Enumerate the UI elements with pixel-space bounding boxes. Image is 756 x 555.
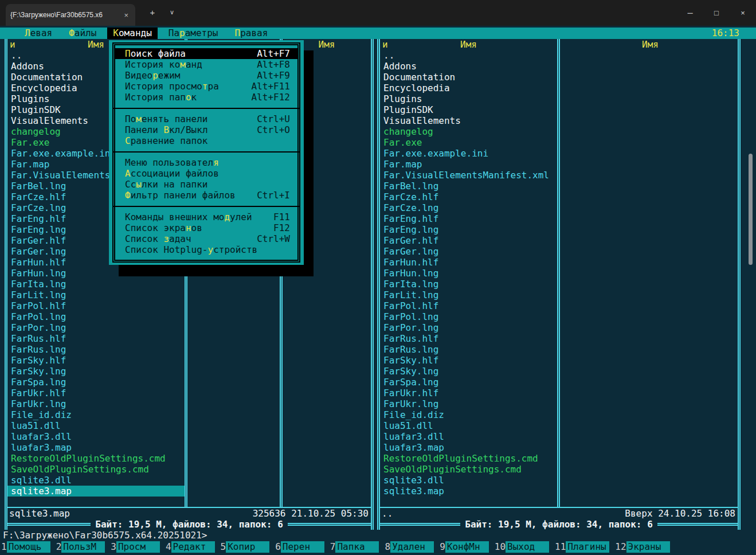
folder-item[interactable]: PluginSDK — [380, 104, 557, 115]
file-item[interactable]: FarBel.lng — [380, 181, 557, 191]
fkey-button[interactable]: 1Помощь — [1, 541, 50, 553]
fkey-button[interactable]: 8Удален — [385, 541, 434, 553]
file-item[interactable]: FarRus.lng — [7, 344, 185, 355]
command-line[interactable]: F:\Загружено\Far30b6575.x64.20251021> — [3, 530, 207, 541]
menu-item[interactable]: Сравнение папок — [115, 135, 298, 146]
menu-item[interactable]: История командAlt+F8 — [115, 59, 298, 70]
menu-item[interactable]: Команды внешних модулейF11 — [115, 212, 298, 222]
file-item[interactable]: FarUkr.hlf — [380, 388, 557, 398]
file-item[interactable]: lua51.dll — [380, 420, 557, 431]
file-item[interactable]: FarCze.hlf — [380, 191, 557, 202]
fkey-button[interactable]: 7Папка — [330, 541, 379, 553]
file-item[interactable]: luafar3.dll — [7, 431, 185, 442]
menubar-item[interactable]: Параметры — [163, 28, 224, 39]
file-item[interactable]: FarRus.hlf — [7, 333, 185, 344]
file-item[interactable]: FarRus.lng — [380, 344, 557, 355]
file-item[interactable]: FarSky.hlf — [7, 355, 185, 366]
file-item[interactable]: sqlite3.dll — [7, 475, 185, 486]
file-item[interactable]: RestoreOldPluginSettings.cmd — [7, 453, 185, 464]
file-item[interactable]: SaveOldPluginSettings.cmd — [7, 464, 185, 475]
menu-item[interactable]: Список задачCtrl+W — [115, 233, 298, 244]
file-item[interactable]: FarLit.lng — [380, 290, 557, 300]
terminal-tab[interactable]: {F:\Загружено\Far30b6575.x6 × — [6, 4, 135, 26]
menu-item[interactable]: Список Hotplug-устройств — [115, 244, 298, 255]
menu-item[interactable]: Фильтр панели файловCtrl+I — [115, 190, 298, 201]
file-item[interactable]: FarSky.lng — [380, 366, 557, 377]
folder-item[interactable]: Documentation — [380, 72, 557, 83]
file-item[interactable]: luafar3.map — [380, 442, 557, 453]
fkey-button[interactable]: 2ПользМ — [56, 541, 105, 553]
fkey-button[interactable]: 10Выход — [495, 541, 549, 553]
folder-item[interactable]: Encyclopedia — [380, 83, 557, 93]
file-item[interactable]: FarPol.hlf — [380, 300, 557, 311]
menu-item[interactable]: Ссылки на папки — [115, 179, 298, 190]
menubar-item[interactable]: Файлы — [63, 28, 102, 39]
menubar-item[interactable]: Левая — [19, 28, 58, 39]
file-item[interactable]: sqlite3.dll — [380, 475, 557, 486]
file-item[interactable]: FarHun.hlf — [380, 257, 557, 268]
fkey-button[interactable]: 12Экраны — [615, 541, 669, 553]
file-item[interactable]: FarPol.lng — [380, 311, 557, 322]
minimize-button[interactable]: ─ — [677, 0, 703, 26]
menubar-item[interactable]: Правая — [229, 28, 273, 39]
file-item[interactable]: FarUkr.lng — [380, 398, 557, 409]
file-item[interactable]: FarIta.lng — [380, 279, 557, 290]
file-item[interactable]: sqlite3.map — [380, 486, 557, 497]
folder-item[interactable]: Plugins — [380, 93, 557, 104]
tab-dropdown-icon[interactable]: ∨ — [165, 7, 179, 18]
new-tab-button[interactable]: + — [146, 7, 159, 18]
file-item[interactable]: FarSky.hlf — [380, 355, 557, 366]
file-item[interactable]: Far.exe.example.ini — [380, 148, 557, 159]
file-item[interactable]: luafar3.dll — [380, 431, 557, 442]
file-item[interactable]: lua51.dll — [7, 420, 185, 431]
file-item[interactable]: changelog — [380, 126, 557, 137]
file-item[interactable]: Far.map — [380, 159, 557, 170]
file-item[interactable]: File_id.diz — [7, 409, 185, 420]
file-item[interactable]: FarCze.lng — [380, 202, 557, 213]
file-item[interactable]: Far.VisualElementsManifest.xml — [380, 170, 557, 181]
file-item[interactable]: FarUkr.hlf — [7, 388, 185, 398]
updir-item[interactable]: .. — [380, 50, 557, 61]
menu-item[interactable]: Меню пользователя — [115, 157, 298, 168]
file-item[interactable]: File_id.diz — [380, 409, 557, 420]
file-item[interactable]: SaveOldPluginSettings.cmd — [380, 464, 557, 475]
file-item[interactable]: Far.exe — [380, 137, 557, 148]
fkey-button[interactable]: 11Плагины — [555, 541, 609, 553]
menu-item[interactable]: Панели Вкл/ВыклCtrl+O — [115, 124, 298, 135]
menu-item[interactable]: ВидеорежимAlt+F9 — [115, 70, 298, 81]
folder-item[interactable]: VisualElements — [380, 115, 557, 126]
file-item[interactable]: FarLit.lng — [7, 290, 185, 300]
file-item[interactable]: FarEng.hlf — [380, 213, 557, 224]
fkey-button[interactable]: 9КонфМн — [440, 541, 489, 553]
file-item[interactable]: FarPol.lng — [7, 311, 185, 322]
file-item[interactable]: FarSky.lng — [7, 366, 185, 377]
file-item[interactable]: FarGer.lng — [380, 246, 557, 257]
fkey-button[interactable]: 4Редакт — [166, 541, 215, 553]
file-item[interactable]: FarEng.lng — [380, 224, 557, 235]
file-item[interactable]: FarSpa.lng — [7, 377, 185, 388]
tab-close-icon[interactable]: × — [122, 10, 131, 21]
fkey-button[interactable]: 6Перен — [275, 541, 324, 553]
menu-item[interactable]: Поиск файлаAlt+F7 — [115, 48, 298, 59]
file-item[interactable]: FarPor.lng — [380, 322, 557, 333]
file-item[interactable]: FarUkr.lng — [7, 398, 185, 409]
file-item[interactable]: FarSpa.lng — [380, 377, 557, 388]
menubar-item[interactable]: Команды — [107, 28, 157, 39]
fkey-button[interactable]: 5Копир — [221, 541, 270, 553]
file-item[interactable]: FarPor.lng — [7, 322, 185, 333]
file-item[interactable]: FarGer.hlf — [380, 235, 557, 246]
scrollbar-thumb[interactable] — [749, 154, 753, 265]
file-item[interactable]: FarIta.lng — [7, 279, 185, 290]
file-item[interactable]: FarRus.hlf — [380, 333, 557, 344]
menu-item[interactable]: История просмотраAlt+F11 — [115, 81, 298, 92]
fkey-button[interactable]: 3Просм — [111, 541, 160, 553]
file-item[interactable]: luafar3.map — [7, 442, 185, 453]
folder-item[interactable]: Addons — [380, 61, 557, 72]
file-item[interactable]: FarPol.hlf — [7, 300, 185, 311]
menu-item[interactable]: Список экрановF12 — [115, 222, 298, 233]
file-item[interactable]: RestoreOldPluginSettings.cmd — [380, 453, 557, 464]
menu-item[interactable]: Ассоциации файлов — [115, 168, 298, 179]
menu-item[interactable]: История папокAlt+F12 — [115, 92, 298, 103]
menu-item[interactable]: Поменять панелиCtrl+U — [115, 114, 298, 124]
close-button[interactable]: × — [730, 0, 756, 26]
